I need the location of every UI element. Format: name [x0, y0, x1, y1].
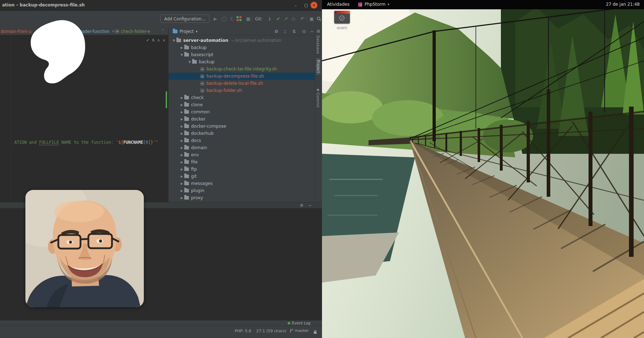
lock-icon[interactable]	[313, 329, 317, 335]
hide-panel-icon[interactable]: −	[310, 29, 314, 34]
stop-icon[interactable]: ■	[245, 15, 252, 22]
clock[interactable]: 27 de jan 21:48	[606, 2, 640, 7]
tree-chevron-icon[interactable]: ▶	[179, 175, 184, 178]
tree-row-dockerhub[interactable]: ▶dockerhub	[169, 130, 315, 137]
php-version[interactable]: PHP: 5.6	[235, 329, 251, 333]
tree-chevron-icon[interactable]: ▶	[179, 125, 184, 128]
project-caret-icon[interactable]: ▾	[196, 30, 197, 33]
right-tool-stripe: ▤ Database Project ◈ Commit	[315, 28, 322, 202]
tree-row-backup-decompress-file.sh[interactable]: backup-decompress-file.sh	[169, 73, 315, 80]
tree-chevron-icon[interactable]: ▶	[179, 182, 184, 185]
settings-icon[interactable]: ⚙	[274, 29, 278, 34]
git-commit-icon[interactable]: ✔	[275, 15, 282, 22]
code-line[interactable]: ATION and FULLFILE NAME to the function:…	[14, 140, 158, 145]
tree-row-backup-folder.sh[interactable]: backup-folder.sh	[169, 87, 315, 94]
tree-chevron-icon[interactable]: ▶	[179, 189, 184, 192]
tree-chevron-icon[interactable]: ▶	[179, 139, 184, 142]
tree-row-backup[interactable]: ▼backup	[169, 58, 315, 65]
rollback-icon[interactable]: ↶	[299, 15, 306, 22]
tree-row-plugin[interactable]: ▶plugin	[169, 187, 315, 194]
tree-row-clone[interactable]: ▶clone	[169, 101, 315, 108]
tree-chevron-icon[interactable]: ▶	[179, 132, 184, 135]
desktop-icon-evert[interactable]: evert	[332, 11, 352, 30]
run-icon[interactable]: ▶	[212, 15, 219, 22]
tab-close-icon[interactable]: ×	[112, 29, 115, 34]
tree-row-env[interactable]: ▶env	[169, 151, 315, 158]
tree-chevron-icon[interactable]: ▶	[179, 196, 184, 200]
prev-problem-icon[interactable]: ∧	[157, 38, 160, 43]
tree-row-backup-delete-local-file.sh[interactable]: backup-delete-local-file.sh	[169, 80, 315, 87]
tree-chevron-icon[interactable]: ▶	[179, 111, 184, 114]
tree-chevron-icon[interactable]: ▶	[179, 161, 184, 164]
tree-row-messages[interactable]: ▶messages	[169, 180, 315, 187]
tab-overflow-chevron-icon[interactable]: ˅	[162, 29, 164, 33]
tree-chevron-icon[interactable]: ▶	[179, 153, 184, 157]
project-tool-window: Project ▾ ⚙ ⌶ ⇅ ⊙ − ▼server-automation~/…	[169, 28, 315, 202]
tree-row-backup-check-tar-file-integrity.sh[interactable]: backup-check-tar-file-integrity.sh	[169, 65, 315, 73]
add-configuration-button[interactable]: Add Configuration...	[160, 15, 209, 23]
project-tree: ▼server-automation~/src/server-automatio…	[169, 37, 315, 209]
tree-chevron-icon[interactable]: ▶	[179, 103, 184, 107]
stripe-project[interactable]: Project	[316, 58, 321, 75]
tree-row-domain[interactable]: ▶domain	[169, 144, 315, 151]
git-push-icon[interactable]: ↗	[282, 15, 289, 22]
caret-position[interactable]: 27:1 (59 chars)	[256, 329, 286, 333]
project-folder-icon	[173, 30, 177, 33]
maximize-button[interactable]	[303, 3, 309, 9]
ide-titlebar[interactable]: ation – backup-decompress-file.sh – ×	[0, 0, 322, 11]
app-menu[interactable]: PhpStorm ▾	[358, 2, 389, 7]
tree-row-docker[interactable]: ▶docker	[169, 116, 315, 123]
tree-chevron-icon[interactable]: ▶	[179, 96, 184, 99]
tree-row-server-automation[interactable]: ▼server-automation~/src/server-automatio…	[169, 37, 315, 44]
history-icon[interactable]: ◷	[290, 15, 297, 22]
git-update-icon[interactable]: ↓	[266, 15, 273, 22]
error-stripe-mark[interactable]	[166, 91, 167, 108]
expand-icon[interactable]: ⌶	[284, 29, 286, 34]
tree-row-git[interactable]: ▶git	[169, 173, 315, 180]
tree-row-backup[interactable]: ▶backup	[169, 44, 315, 51]
tree-row-common[interactable]: ▶common	[169, 108, 315, 116]
tree-row-proxy[interactable]: ▶proxy	[169, 194, 315, 201]
git-branch-widget[interactable]: master	[290, 328, 309, 333]
tab-domain-from-url[interactable]: domain-from-u	[1, 28, 31, 35]
debug-icon[interactable]: ◯	[220, 15, 228, 22]
tree-chevron-icon[interactable]: ▼	[171, 39, 176, 42]
inspections-widget[interactable]: ✔ 6 ∧ ∨	[146, 38, 165, 43]
webcam-overlay	[25, 190, 144, 307]
coverage-icon[interactable]: C	[228, 15, 235, 22]
activities-button[interactable]: Atividades	[327, 2, 350, 7]
tree-chevron-icon[interactable]: ▶	[179, 146, 184, 150]
tab-label: domain-from-u	[1, 29, 31, 34]
sort-icon[interactable]: ⇅	[292, 29, 296, 34]
stripe-menu-icon[interactable]: ▤	[317, 29, 320, 33]
shell-file-icon	[115, 29, 119, 33]
tree-chevron-icon[interactable]: ▶	[179, 118, 184, 121]
minimize-button[interactable]: –	[293, 3, 299, 9]
window-icon[interactable]: ▣	[308, 15, 315, 22]
tree-row-ftp[interactable]: ▶ftp	[169, 166, 315, 173]
tree-row-basescript[interactable]: ▼basescript	[169, 51, 315, 58]
commit-stripe-icon[interactable]: ◈	[317, 88, 319, 92]
search-everywhere-icon[interactable]	[315, 15, 322, 22]
close-button[interactable]: ×	[311, 2, 317, 9]
tree-chevron-icon[interactable]: ▼	[187, 60, 192, 64]
stripe-database[interactable]: Database	[316, 35, 320, 54]
tree-chevron-icon[interactable]: ▶	[179, 46, 184, 49]
tree-row-docker-compose[interactable]: ▶docker-compose	[169, 123, 315, 130]
bottom-hide-icon[interactable]: −	[308, 203, 312, 208]
folder-icon	[184, 167, 189, 171]
tree-row-docs[interactable]: ▶docs	[169, 137, 315, 144]
tree-chevron-icon[interactable]: ▼	[179, 53, 184, 57]
app-menu-caret-icon: ▾	[388, 3, 390, 6]
stripe-commit[interactable]: Commit	[316, 93, 320, 108]
event-log-link[interactable]: Event Log	[292, 321, 311, 325]
tree-chevron-icon[interactable]: ▶	[179, 168, 184, 171]
locate-icon[interactable]: ⊙	[302, 29, 306, 34]
next-problem-icon[interactable]: ∨	[162, 38, 165, 43]
profiler-icon[interactable]	[236, 16, 241, 21]
bottom-settings-icon[interactable]: ⚙	[300, 203, 303, 208]
tree-row-file[interactable]: ▶file	[169, 158, 315, 166]
tab-check-folder[interactable]: check-folder-e	[115, 28, 150, 35]
tree-row-check[interactable]: ▶check	[169, 94, 315, 101]
project-header[interactable]: Project ▾ ⚙ ⌶ ⇅ ⊙ −	[169, 28, 315, 35]
